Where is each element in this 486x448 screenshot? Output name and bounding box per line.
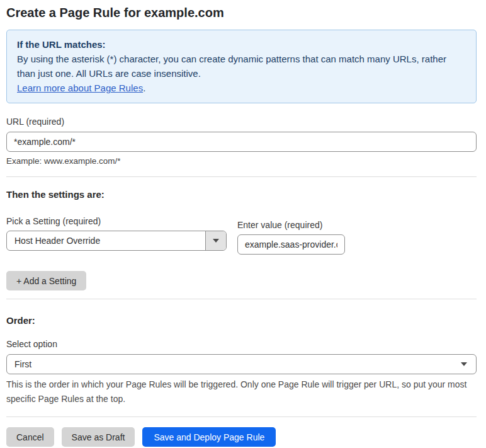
footer-actions: Cancel Save as Draft Save and Deploy Pag… — [6, 427, 477, 447]
order-select[interactable]: First — [6, 354, 477, 374]
caret-down-icon — [461, 362, 467, 366]
url-match-info-box: If the URL matches: By using the asteris… — [6, 30, 477, 103]
pick-setting-group: Pick a Setting (required) Host Header Ov… — [6, 216, 227, 255]
cancel-button[interactable]: Cancel — [6, 427, 54, 447]
info-box-body: By using the asterisk (*) character, you… — [17, 52, 466, 81]
url-label: URL (required) — [6, 117, 477, 127]
url-input[interactable] — [6, 132, 477, 152]
info-box-heading: If the URL matches: — [17, 37, 466, 52]
divider — [6, 176, 477, 177]
add-setting-button[interactable]: + Add a Setting — [6, 271, 86, 290]
settings-section-heading: Then the settings are: — [6, 189, 477, 200]
setting-select-arrow-button[interactable] — [205, 231, 226, 250]
order-section-heading: Order: — [6, 315, 477, 326]
learn-more-link[interactable]: Learn more about Page Rules — [17, 83, 143, 93]
info-box-link-line: Learn more about Page Rules. — [17, 81, 466, 95]
enter-value-label: Enter value (required) — [237, 220, 345, 231]
order-select-value: First — [7, 355, 461, 374]
enter-value-group: Enter value (required) — [237, 220, 345, 255]
divider — [6, 299, 477, 299]
divider — [6, 416, 477, 417]
pick-setting-label: Pick a Setting (required) — [6, 216, 227, 227]
settings-row: Pick a Setting (required) Host Header Ov… — [6, 216, 477, 255]
select-option-label: Select option — [6, 339, 477, 350]
page-title: Create a Page Rule for example.com — [6, 5, 477, 21]
create-page-rule-form: Create a Page Rule for example.com If th… — [0, 0, 486, 447]
url-example-hint: Example: www.example.com/* — [6, 156, 477, 166]
save-draft-button[interactable]: Save as Draft — [62, 427, 135, 447]
setting-select[interactable]: Host Header Override — [6, 231, 227, 251]
order-help-text: This is the order in which your Page Rul… — [6, 377, 477, 406]
link-period: . — [143, 83, 145, 93]
save-deploy-button[interactable]: Save and Deploy Page Rule — [142, 427, 276, 447]
setting-value-input[interactable] — [237, 234, 345, 255]
caret-down-icon — [213, 239, 219, 243]
setting-select-value: Host Header Override — [7, 231, 205, 250]
